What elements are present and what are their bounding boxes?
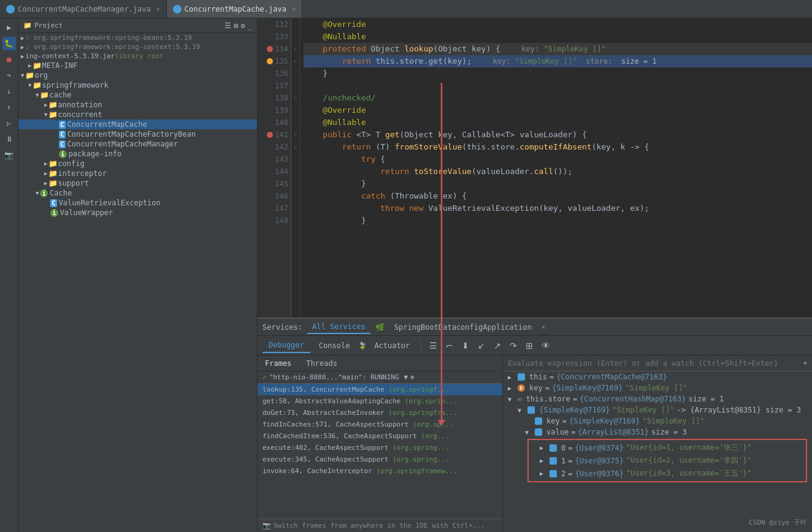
frame-item-5[interactable]: execute:402, CacheAspectSupport (org.spr… [258, 442, 502, 454]
arrow-icon: ▼ [44, 112, 47, 118]
eval-input[interactable] [508, 359, 800, 368]
project-icon: 📁 [23, 21, 32, 29]
filter-thread-icon[interactable]: ▼ [404, 373, 408, 381]
tab-concurrent-map-cache-manager[interactable]: ConcurrentMapCacheManager.java ✕ [0, 0, 167, 18]
line-132: 132 [260, 18, 288, 31]
var-simplekey-key[interactable]: key = {SimpleKey@7169} "SimpleKey []" [520, 416, 812, 427]
var-ref-icon [550, 457, 557, 465]
step-out-btn[interactable]: ↗ [491, 339, 504, 352]
tree-item-annotation[interactable]: ▶ 📁 annotation [18, 100, 257, 110]
java-icon [6, 5, 15, 13]
restore-layout-btn[interactable]: ⤺ [443, 339, 456, 352]
expand-all-icon[interactable]: ⊞ [234, 21, 238, 30]
tree-item-cache[interactable]: ▼ 📁 cache [18, 90, 257, 100]
add-watch-btn[interactable]: + [803, 359, 807, 367]
run-icon[interactable]: ▶ [2, 21, 16, 34]
step-out-icon[interactable]: ↑ [2, 101, 16, 114]
tab-close[interactable]: ✕ [156, 6, 160, 12]
tree-item-concurrent-map-cache[interactable]: C ConcurrentMapCache [18, 120, 257, 129]
folder-label: annotation [58, 101, 102, 109]
tree-item-org[interactable]: ▼ 📁 org [18, 70, 257, 80]
folder-label: springframework [42, 81, 108, 89]
tree-item-springframework[interactable]: ▼ 📁 springframework [18, 80, 257, 90]
resume-icon[interactable]: ▷ [2, 116, 16, 130]
tab-label-active: ConcurrentMapCache.java [185, 5, 286, 13]
lib-label: : org.springframework:spring-context:5.3… [25, 43, 200, 51]
tree-item-value-retrieval[interactable]: C ValueRetrievalException [18, 198, 257, 208]
debug-tab-debugger[interactable]: Debugger [262, 338, 310, 353]
settings-icon[interactable]: ⚙ [241, 21, 245, 30]
var-this[interactable]: ▶ this = {ConcurrentMapCache@7163} [503, 371, 812, 382]
frame-item-2[interactable]: doGet:73, AbstractCacheInvoker (org.spri… [258, 407, 502, 419]
var-user-2[interactable]: ▶ 2 = {User@9376} "User{id=3, username='… [535, 467, 805, 480]
user-items-box: ▶ 0 = {User@9374} "User{id=1, username='… [527, 439, 807, 482]
threads-tab[interactable]: Threads [304, 358, 340, 369]
stop-icon[interactable]: ■ [2, 53, 16, 66]
folder-icon: 📁 [48, 169, 58, 178]
step-over-btn[interactable]: ⬇ [459, 339, 472, 352]
tree-item-spring-beans[interactable]: ▶ : org.springframework:spring-beans:5.3… [18, 33, 257, 42]
breakpoint-135 [267, 58, 273, 64]
line-139: 139 [260, 104, 288, 116]
line-134: 134 [260, 43, 288, 55]
debug-icon[interactable]: 🐛 [2, 37, 16, 50]
var-ref-icon [535, 428, 542, 436]
frame-item-6[interactable]: execute:345, CacheAspectSupport (org.spr… [258, 454, 502, 465]
spring-tab-close[interactable]: ✕ [542, 323, 546, 331]
var-value[interactable]: ▼ value = {ArrayList@8351} size = 3 [520, 427, 812, 438]
var-oo-icon: ∞ [518, 395, 522, 403]
expand-thread-icon[interactable]: ⊕ [410, 373, 415, 381]
tree-item-jar[interactable]: ▶ ing-context-5.3.19.jar library root [18, 51, 257, 61]
tree-item-concurrent-factory[interactable]: C ConcurrentMapCacheFactoryBean [18, 129, 257, 139]
pause-icon[interactable]: ⏸ [2, 132, 16, 146]
expand-icon: ▶ [540, 457, 547, 464]
tree-item-spring-context[interactable]: ▶ : org.springframework:spring-context:5… [18, 42, 257, 51]
frame-item-7[interactable]: invoke:64, CacheInterceptor (org.springf… [258, 465, 502, 477]
camera-icon[interactable]: 📷 [2, 148, 16, 162]
tab-concurrent-map-cache[interactable]: ConcurrentMapCache.java ✕ [167, 0, 302, 18]
watches-btn[interactable]: 👁 [538, 339, 553, 352]
code-line-136: } [304, 67, 812, 80]
debug-tab-console[interactable]: Console [313, 339, 356, 352]
expand-icon: ▶ [540, 470, 547, 477]
tree-item-concurrent-manager[interactable]: C ConcurrentMapCacheManager [18, 139, 257, 149]
camera-icon-footer[interactable]: 📷 [262, 522, 271, 530]
arrow-icon: ▼ [36, 190, 39, 196]
code-content[interactable]: @Override @Nullable protected Object loo… [300, 18, 812, 317]
step-into-icon[interactable]: ↓ [2, 85, 16, 98]
var-simplekey[interactable]: ▼ {SimpleKey@7169} "SimpleKey []" -> {Ar… [513, 405, 812, 416]
code-line-134: protected Object lookup(Object key) { ke… [304, 43, 812, 55]
tree-item-value-wrapper[interactable]: i ValueWrapper [18, 208, 257, 218]
minimize-icon[interactable]: _ [248, 21, 252, 30]
tree-item-support[interactable]: ▶ 📁 support [18, 178, 257, 188]
tab-close-active[interactable]: ✕ [292, 6, 296, 12]
tree-item-interceptor[interactable]: ▶ 📁 interceptor [18, 169, 257, 178]
frame-item-1[interactable]: get:58, AbstractValueAdaptingCache (org.… [258, 395, 502, 407]
tree-item-concurrent[interactable]: ▼ 📁 concurrent [18, 110, 257, 120]
frame-item-0[interactable]: lookup:135, ConcurrentMapCache (org.spri… [258, 384, 502, 395]
tree-item-cache-interface[interactable]: ▼ i Cache [18, 188, 257, 198]
class-i-icon: i [40, 189, 48, 197]
lib-label: : org.springframework:spring-beans:5.3.1… [25, 34, 192, 42]
tree-item-package-info[interactable]: i package-info [18, 149, 257, 159]
code-line-143: try { [304, 153, 812, 165]
var-key[interactable]: ▶ p key = {SimpleKey@7169} "SimpleKey []… [503, 382, 812, 393]
var-user-0[interactable]: ▶ 0 = {User@9374} "User{id=1, username='… [535, 441, 805, 454]
step-over-icon[interactable]: ↷ [2, 69, 16, 82]
var-user-1[interactable]: ▶ 1 = {User@9375} "User{id=2, username='… [535, 454, 805, 467]
filter-btn[interactable]: ☰ [426, 339, 440, 352]
frame-item-3[interactable]: findInCaches:571, CacheAspectSupport (or… [258, 419, 502, 430]
code-line-140: @Nullable [304, 116, 812, 129]
frame-item-4[interactable]: findCachedItem:536, CacheAspectSupport (… [258, 430, 502, 442]
tree-item-config[interactable]: ▶ 📁 config [18, 159, 257, 169]
run-to-cursor-btn[interactable]: ↷ [507, 339, 520, 352]
services-tab-all[interactable]: All Services [307, 321, 370, 334]
evaluate-btn[interactable]: ⊞ [523, 339, 536, 352]
services-tab-spring[interactable]: SpringBootDataconfigApplication [389, 321, 537, 333]
debug-tab-actuator[interactable]: Actuator [368, 339, 416, 352]
var-this-store[interactable]: ▼ ∞ this.store = {ConcurrentHashMap@7163… [503, 393, 812, 405]
collapse-icon[interactable]: ☰ [224, 21, 231, 30]
step-into-btn[interactable]: ↙ [475, 339, 488, 352]
frames-tab[interactable]: Frames [262, 358, 294, 369]
tree-item-meta-inf[interactable]: ▶ 📁 META-INF [18, 61, 257, 70]
